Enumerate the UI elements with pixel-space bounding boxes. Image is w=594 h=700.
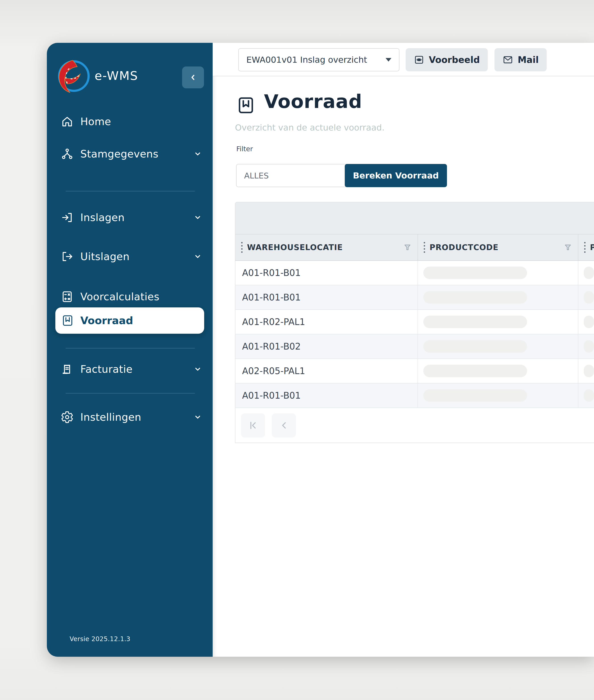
calculate-stock-button[interactable]: Bereken Voorraad bbox=[345, 164, 447, 187]
report-select-value: EWA001v01 Inslag overzicht bbox=[246, 55, 367, 65]
column-header-productcode[interactable]: PRODUCTCODE bbox=[418, 235, 579, 260]
cell-warehouselocatie: A01-R02-PAL1 bbox=[235, 310, 418, 334]
table-row[interactable]: A01-R01-B01 bbox=[235, 285, 594, 310]
ewms-logo-icon bbox=[57, 59, 91, 93]
hierarchy-icon bbox=[61, 147, 74, 161]
chevron-left-icon bbox=[188, 72, 198, 82]
sidebar: e-WMS Home Stamgegevens Inslagen bbox=[47, 43, 213, 657]
cell-productcode bbox=[418, 359, 579, 383]
filter-funnel-icon[interactable] bbox=[403, 243, 412, 252]
preview-button[interactable]: Voorbeeld bbox=[406, 48, 488, 71]
redacted-value bbox=[584, 389, 594, 402]
table-row[interactable]: A01-R01-B01 bbox=[235, 261, 594, 285]
sidebar-divider bbox=[66, 348, 195, 348]
sidebar-item-label: Facturatie bbox=[80, 363, 133, 375]
column-header-label: WAREHOUSELOCATIE bbox=[247, 243, 343, 252]
first-page-button[interactable] bbox=[241, 413, 265, 438]
sidebar-item-uitslagen[interactable]: Uitslagen bbox=[47, 244, 213, 269]
cell-truncated bbox=[579, 359, 594, 383]
cell-warehouselocatie: A02-R05-PAL1 bbox=[235, 359, 418, 383]
mail-button-label: Mail bbox=[518, 55, 539, 65]
table-pagination bbox=[235, 408, 594, 443]
table-row[interactable]: A01-R02-PAL1 bbox=[235, 310, 594, 335]
sidebar-item-home[interactable]: Home bbox=[47, 109, 213, 134]
sidebar-collapse-button[interactable] bbox=[182, 67, 204, 88]
redacted-value bbox=[584, 291, 594, 304]
stock-book-icon bbox=[61, 314, 74, 327]
sidebar-item-label: Inslagen bbox=[80, 211, 125, 223]
redacted-value bbox=[584, 365, 594, 377]
login-arrow-icon bbox=[61, 211, 74, 224]
caret-down-icon bbox=[386, 58, 391, 62]
cell-warehouselocatie: A01-R01-B01 bbox=[235, 285, 418, 309]
redacted-value bbox=[584, 340, 594, 353]
redacted-value bbox=[423, 365, 527, 377]
cell-productcode bbox=[418, 335, 579, 358]
report-select[interactable]: EWA001v01 Inslag overzicht bbox=[238, 48, 399, 71]
sidebar-item-label: Voorraad bbox=[80, 315, 133, 326]
chevron-down-icon bbox=[193, 364, 202, 374]
chevron-down-icon bbox=[193, 252, 202, 261]
column-header-truncated[interactable]: PR bbox=[579, 235, 594, 260]
filter-label: Filter bbox=[236, 145, 253, 153]
sidebar-divider bbox=[66, 393, 195, 393]
sidebar-item-inslagen[interactable]: Inslagen bbox=[47, 205, 213, 230]
stock-table: WAREHOUSELOCATIE PRODUCTCODE PR A01-R01- bbox=[235, 202, 594, 444]
cell-productcode bbox=[418, 383, 579, 408]
table-row[interactable]: A02-R05-PAL1 bbox=[235, 359, 594, 383]
preview-eye-icon bbox=[414, 55, 424, 65]
sidebar-item-voorcalculaties[interactable]: Voorcalculaties bbox=[47, 284, 213, 309]
redacted-value bbox=[423, 267, 527, 279]
redacted-value bbox=[423, 389, 527, 402]
table-toolbar bbox=[235, 202, 594, 235]
chevron-down-icon bbox=[193, 413, 202, 422]
table-row[interactable]: A01-R01-B02 bbox=[235, 335, 594, 359]
redacted-value bbox=[423, 316, 527, 328]
topbar: EWA001v01 Inslag overzicht Voorbeeld Mai… bbox=[213, 43, 594, 76]
column-header-label: PR bbox=[590, 243, 594, 252]
sidebar-item-label: Voorcalculaties bbox=[80, 291, 159, 303]
brand-name: e-WMS bbox=[95, 69, 138, 83]
sidebar-item-voorraad[interactable]: Voorraad bbox=[55, 307, 204, 334]
page-subtitle: Overzicht van de actuele voorraad. bbox=[235, 123, 385, 133]
calculator-icon bbox=[61, 290, 74, 303]
screen: e-WMS Home Stamgegevens Inslagen bbox=[0, 0, 594, 700]
column-header-warehouselocatie[interactable]: WAREHOUSELOCATIE bbox=[235, 235, 418, 260]
chevron-down-icon bbox=[193, 213, 202, 222]
sidebar-item-facturatie[interactable]: Facturatie bbox=[47, 357, 213, 382]
home-icon bbox=[61, 115, 74, 128]
stock-book-icon bbox=[236, 96, 256, 115]
cell-productcode bbox=[418, 285, 579, 309]
filter-select[interactable]: ALLES bbox=[236, 164, 360, 187]
filter-select-value: ALLES bbox=[244, 171, 269, 180]
app-window: e-WMS Home Stamgegevens Inslagen bbox=[47, 43, 594, 657]
previous-page-button[interactable] bbox=[272, 413, 296, 438]
chevron-down-icon bbox=[193, 149, 202, 159]
sidebar-item-instellingen[interactable]: Instellingen bbox=[47, 405, 213, 430]
first-page-icon bbox=[247, 420, 259, 431]
mail-button[interactable]: Mail bbox=[494, 48, 547, 71]
redacted-value bbox=[423, 340, 527, 353]
drag-handle-icon[interactable] bbox=[241, 241, 243, 254]
sidebar-item-label: Home bbox=[80, 115, 111, 128]
sidebar-item-stamgegevens[interactable]: Stamgegevens bbox=[47, 141, 213, 166]
page-title: Voorraad bbox=[264, 91, 362, 112]
drag-handle-icon[interactable] bbox=[584, 241, 586, 254]
chevron-left-icon bbox=[278, 420, 290, 431]
column-header-label: PRODUCTCODE bbox=[430, 243, 498, 252]
mail-icon bbox=[502, 55, 513, 65]
filter-funnel-icon[interactable] bbox=[564, 243, 572, 252]
preview-button-label: Voorbeeld bbox=[429, 55, 480, 65]
cell-truncated bbox=[579, 335, 594, 358]
gear-icon bbox=[61, 411, 74, 424]
cell-truncated bbox=[579, 310, 594, 334]
sidebar-item-label: Uitslagen bbox=[80, 250, 130, 262]
cell-truncated bbox=[579, 285, 594, 309]
table-row[interactable]: A01-R01-B01 bbox=[235, 383, 594, 408]
cell-warehouselocatie: A01-R01-B02 bbox=[235, 335, 418, 358]
redacted-value bbox=[584, 267, 594, 279]
main-content: EWA001v01 Inslag overzicht Voorbeeld Mai… bbox=[213, 43, 594, 657]
cell-truncated bbox=[579, 261, 594, 285]
drag-handle-icon[interactable] bbox=[423, 241, 426, 254]
cell-truncated bbox=[579, 383, 594, 408]
